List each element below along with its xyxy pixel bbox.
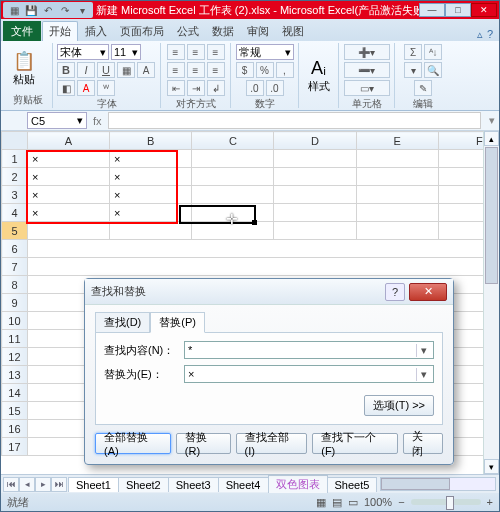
sort-button[interactable]: ᴬ↓ (424, 44, 442, 60)
sheet-tab[interactable]: Sheet5 (327, 477, 378, 492)
find-input[interactable]: *▾ (184, 341, 434, 359)
row-header[interactable]: 9 (2, 294, 28, 312)
prev-sheet-button[interactable]: ◂ (19, 477, 35, 492)
row-header[interactable]: 17 (2, 438, 28, 456)
minimize-button[interactable]: — (419, 3, 445, 17)
cell[interactable] (356, 168, 438, 186)
dec-decimal-button[interactable]: .0 (266, 80, 284, 96)
save-icon[interactable]: 💾 (24, 3, 38, 17)
row-header[interactable]: 3 (2, 186, 28, 204)
find-next-button[interactable]: 查找下一个(F) (312, 433, 398, 454)
row-header[interactable]: 6 (2, 240, 28, 258)
row-header[interactable]: 5 (2, 222, 28, 240)
view-pagebreak-icon[interactable]: ▭ (348, 496, 358, 509)
last-sheet-button[interactable]: ⏭ (51, 477, 67, 492)
cell[interactable] (356, 186, 438, 204)
paste-button[interactable]: 📋粘贴 (7, 44, 41, 92)
align-bot-button[interactable]: ≡ (207, 44, 225, 60)
indent-dec-button[interactable]: ⇤ (167, 80, 185, 96)
col-header[interactable]: C (192, 132, 274, 150)
fill-button[interactable]: ▾ (404, 62, 422, 78)
italic-button[interactable]: I (77, 62, 95, 78)
percent-button[interactable]: % (256, 62, 274, 78)
row-header[interactable]: 4 (2, 204, 28, 222)
maximize-button[interactable]: □ (445, 3, 471, 17)
autosum-button[interactable]: Σ (404, 44, 422, 60)
chevron-down-icon[interactable]: ▾ (416, 344, 430, 357)
cell[interactable] (192, 186, 274, 204)
col-header[interactable]: A (27, 132, 109, 150)
cell[interactable]: × (110, 168, 192, 186)
fx-icon[interactable]: fx (93, 115, 102, 127)
row-header[interactable]: 1 (2, 150, 28, 168)
cell[interactable] (110, 222, 192, 240)
row-header[interactable]: 2 (2, 168, 28, 186)
row-header[interactable]: 10 (2, 312, 28, 330)
cell[interactable] (274, 150, 356, 168)
cell[interactable] (192, 150, 274, 168)
scroll-down-icon[interactable]: ▾ (484, 459, 499, 474)
row-header[interactable]: 12 (2, 348, 28, 366)
cell[interactable]: × (27, 150, 109, 168)
comma-button[interactable]: , (276, 62, 294, 78)
cell[interactable]: × (27, 204, 109, 222)
col-header[interactable]: B (110, 132, 192, 150)
cell[interactable] (356, 222, 438, 240)
tab-layout[interactable]: 页面布局 (114, 21, 170, 41)
dialog-close-button[interactable]: ✕ (409, 283, 447, 301)
close-button[interactable]: ✕ (471, 3, 497, 17)
tab-replace[interactable]: 替换(P) (150, 312, 205, 333)
view-layout-icon[interactable]: ▤ (332, 496, 342, 509)
cell[interactable]: × (110, 204, 192, 222)
format-cells-button[interactable]: ▭▾ (344, 80, 390, 96)
cell[interactable] (27, 240, 499, 258)
dialog-titlebar[interactable]: 查找和替换 ? ✕ (85, 279, 453, 305)
styles-button[interactable]: Aᵢ样式 (303, 51, 334, 99)
view-normal-icon[interactable]: ▦ (316, 496, 326, 509)
font-name-select[interactable]: 宋体▾ (57, 44, 109, 60)
cell[interactable] (192, 168, 274, 186)
first-sheet-button[interactable]: ⏮ (3, 477, 19, 492)
zoom-in-button[interactable]: + (487, 496, 493, 508)
sheet-tab[interactable]: Sheet1 (68, 477, 119, 492)
font-size-select[interactable]: 11▾ (111, 44, 141, 60)
sheet-tab[interactable]: Sheet4 (218, 477, 269, 492)
tab-insert[interactable]: 插入 (79, 21, 113, 41)
options-button[interactable]: 选项(T) >> (364, 395, 434, 416)
tab-find[interactable]: 查找(D) (95, 312, 150, 333)
scroll-thumb[interactable] (381, 478, 449, 490)
tab-home[interactable]: 开始 (42, 21, 78, 41)
chevron-down-icon[interactable]: ▾ (416, 368, 430, 381)
tab-review[interactable]: 审阅 (241, 21, 275, 41)
row-header[interactable]: 11 (2, 330, 28, 348)
insert-cells-button[interactable]: ➕▾ (344, 44, 390, 60)
replace-input[interactable]: ×▾ (184, 365, 434, 383)
select-all-corner[interactable] (2, 132, 28, 150)
row-header[interactable]: 8 (2, 276, 28, 294)
redo-icon[interactable]: ↷ (58, 3, 72, 17)
name-box[interactable]: C5▾ (27, 112, 87, 129)
cell[interactable]: × (27, 168, 109, 186)
replace-button[interactable]: 替换(R) (176, 433, 231, 454)
cell[interactable] (27, 222, 109, 240)
scroll-thumb[interactable] (485, 147, 498, 284)
file-tab[interactable]: 文件 (3, 21, 41, 41)
cell[interactable] (274, 204, 356, 222)
cell[interactable] (356, 204, 438, 222)
cell[interactable]: × (27, 186, 109, 204)
cell[interactable] (274, 222, 356, 240)
close-button[interactable]: 关闭 (403, 433, 443, 454)
cell[interactable] (192, 222, 274, 240)
minimize-ribbon-icon[interactable]: ▵ (477, 28, 483, 41)
bold-button[interactable]: B (57, 62, 75, 78)
cell[interactable]: × (110, 186, 192, 204)
row-header[interactable]: 15 (2, 402, 28, 420)
align-left-button[interactable]: ≡ (167, 62, 185, 78)
undo-icon[interactable]: ↶ (41, 3, 55, 17)
delete-cells-button[interactable]: ➖▾ (344, 62, 390, 78)
zoom-value[interactable]: 100% (364, 496, 392, 508)
row-header[interactable]: 16 (2, 420, 28, 438)
col-header[interactable]: D (274, 132, 356, 150)
border-button[interactable]: ▦ (117, 62, 135, 78)
find-all-button[interactable]: 查找全部(I) (236, 433, 308, 454)
